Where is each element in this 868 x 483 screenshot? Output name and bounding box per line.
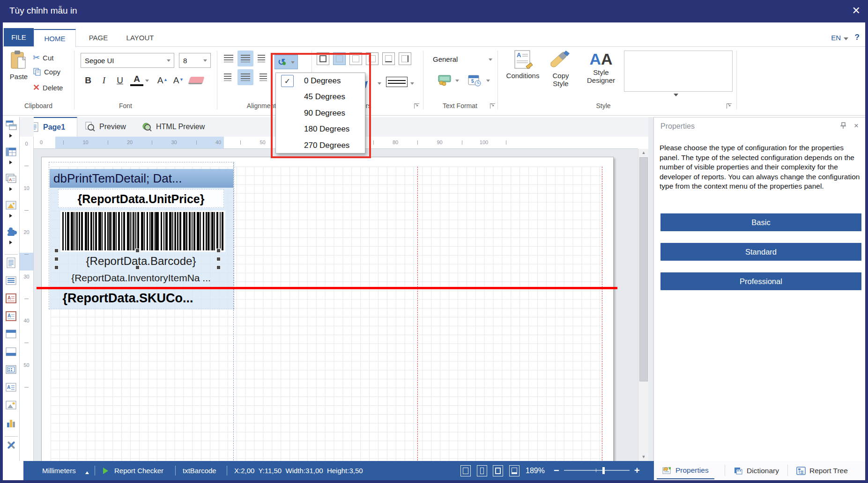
text-in-cells-icon[interactable]: A [5, 381, 17, 394]
align-center-button[interactable] [237, 69, 253, 85]
rich-text-2-icon[interactable]: A [5, 310, 17, 322]
tab-html-preview[interactable]: HTML Preview [136, 117, 210, 137]
sub-report-icon[interactable] [5, 364, 17, 376]
flyout-arrow-icon[interactable] [9, 214, 14, 218]
currency-dropdown-icon[interactable] [455, 80, 459, 84]
border-preset-button-4[interactable] [366, 52, 378, 65]
selection-handle[interactable] [135, 265, 140, 270]
infographic-icon[interactable] [5, 226, 17, 238]
picture-icon[interactable] [5, 399, 17, 411]
style-dialog-launcher-icon[interactable] [727, 103, 732, 109]
tools-icon[interactable] [5, 439, 17, 451]
bold-button[interactable]: B [82, 74, 95, 87]
rotation-option-180-degrees[interactable]: 180 Degrees [276, 121, 365, 137]
border-preset-button-1[interactable] [317, 52, 329, 65]
band-icon[interactable] [5, 119, 17, 132]
delete-button[interactable]: ✕ Delete [33, 82, 63, 93]
config-button-professional[interactable]: Professional [660, 272, 861, 290]
ribbon-tab-layout[interactable]: LAYOUT [118, 29, 162, 46]
language-dropdown-icon[interactable] [844, 37, 848, 43]
chart-icon[interactable] [5, 417, 17, 429]
units-dropdown-icon[interactable] [85, 469, 89, 474]
fit-whole-page-icon[interactable] [493, 465, 503, 476]
currency-format-icon[interactable] [438, 74, 452, 86]
zoom-100-icon[interactable] [509, 465, 519, 476]
inventory-item-textbox[interactable]: {ReportData.InventoryItemNa ... [52, 271, 230, 285]
selection-handle[interactable] [54, 265, 59, 270]
units-selector[interactable]: Millimeters [42, 461, 76, 480]
vertical-scrollbar[interactable]: ▲ ▼ [638, 149, 648, 461]
selection-handle[interactable] [135, 249, 140, 253]
clear-formatting-icon[interactable] [188, 77, 204, 84]
pin-icon[interactable] [840, 122, 846, 129]
grow-font-button[interactable]: A▲ [154, 74, 167, 87]
copy-button[interactable]: Copy [33, 67, 60, 76]
rotation-option-270-degrees[interactable]: 270 Degrees [276, 138, 365, 154]
font-family-select[interactable]: Segoe UI [81, 53, 174, 68]
border-color-dropdown-icon[interactable] [378, 82, 381, 87]
font-color-dropdown-icon[interactable] [145, 80, 149, 84]
rotation-option-90-degrees[interactable]: 90 Degrees [276, 105, 365, 121]
flyout-arrow-icon[interactable] [9, 161, 14, 164]
text-format-select[interactable]: General [430, 52, 496, 66]
component-icon[interactable]: A [5, 173, 17, 185]
align-bottom-button[interactable] [254, 51, 270, 66]
panel-close-icon[interactable]: × [854, 121, 859, 131]
panel-top-icon[interactable] [5, 328, 17, 340]
paste-button[interactable]: Paste [7, 50, 31, 80]
zoom-slider-handle[interactable] [602, 467, 605, 474]
align-top-button[interactable] [221, 51, 237, 66]
help-button[interactable]: ? [855, 33, 860, 42]
align-right-button[interactable] [254, 69, 270, 85]
border-style-dropdown-icon[interactable] [410, 82, 414, 87]
language-selector[interactable]: EN [831, 34, 841, 42]
report-page[interactable]: dbPrintTemDetail; Dat... {ReportData.Uni… [41, 157, 614, 461]
selection-handle[interactable] [216, 265, 221, 270]
text-block-icon[interactable] [5, 275, 17, 287]
flyout-arrow-icon[interactable] [9, 187, 14, 191]
barcode-component[interactable] [60, 211, 225, 252]
cross-tab-icon[interactable] [5, 146, 17, 158]
rich-text-icon[interactable]: A [5, 293, 17, 305]
image-shape-icon[interactable] [5, 199, 17, 212]
unit-price-textbox[interactable]: {ReportData.UnitPrice} [58, 189, 224, 208]
border-preset-button-3[interactable] [349, 52, 362, 65]
config-button-standard[interactable]: Standard [660, 243, 861, 261]
align-middle-button[interactable] [237, 51, 253, 66]
panel-tab-dictionary[interactable]: Dictionary [728, 462, 785, 479]
design-canvas[interactable]: dbPrintTemDetail; Dat... {ReportData.Uni… [34, 149, 638, 461]
ribbon-tab-file[interactable]: FILE [4, 28, 34, 46]
flyout-arrow-icon[interactable] [9, 241, 14, 244]
scrollbar-thumb[interactable] [639, 157, 648, 381]
style-gallery[interactable] [624, 51, 733, 92]
border-preset-button-2[interactable] [333, 52, 346, 65]
panel-tab-properties[interactable]: Properties [657, 462, 714, 479]
border-style-button[interactable] [386, 77, 408, 87]
panel-bottom-icon[interactable] [5, 346, 17, 358]
tab-preview[interactable]: Preview [80, 117, 134, 137]
scroll-up-icon[interactable]: ▲ [638, 149, 649, 157]
align-left-button[interactable] [221, 69, 237, 85]
rotation-option-0-degrees[interactable]: 0 Degrees✓ [276, 73, 365, 89]
cut-button[interactable]: ✂ Cut [33, 52, 53, 63]
conditions-button[interactable]: A Conditions [504, 50, 542, 80]
text-rotation-button[interactable]: ↺ [274, 55, 298, 69]
border-preset-button-6[interactable] [399, 52, 411, 65]
rotation-option-45-degrees[interactable]: 45 Degrees [276, 89, 365, 105]
scroll-down-icon[interactable]: ▼ [638, 453, 649, 461]
zoom-out-button[interactable]: − [554, 461, 559, 480]
borders-dialog-launcher-icon[interactable] [414, 103, 419, 109]
close-icon[interactable]: ✕ [852, 5, 861, 17]
fit-page-height-icon[interactable] [477, 465, 487, 476]
style-designer-button[interactable]: AA Style Designer [580, 50, 622, 85]
text-format-dialog-launcher-icon[interactable] [490, 103, 495, 109]
report-checker-icon[interactable] [103, 468, 111, 474]
ribbon-tab-page[interactable]: PAGE [81, 29, 116, 46]
barcode-textbox[interactable]: {ReportData.Barcode} [58, 253, 224, 270]
text-icon[interactable] [5, 257, 17, 269]
data-band-header[interactable]: dbPrintTemDetail; Dat... [50, 169, 233, 188]
sku-code-textbox[interactable]: {ReportData.SKUCo... [51, 290, 205, 307]
font-size-select[interactable]: 8 [179, 53, 211, 68]
selection-handle[interactable] [216, 257, 221, 261]
ribbon-tab-home[interactable]: HOME [34, 29, 76, 47]
